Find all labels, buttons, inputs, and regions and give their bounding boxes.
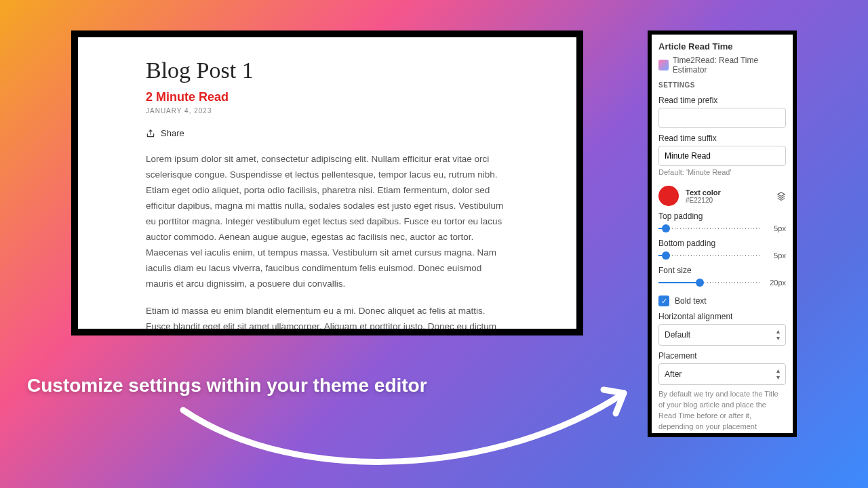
color-hex: #E22120 (686, 197, 770, 204)
font-size-slider[interactable] (658, 278, 762, 287)
top-padding-label: Top padding (658, 211, 786, 221)
app-identity[interactable]: Time2Read: Read Time Estimator (658, 56, 786, 75)
layers-icon (776, 191, 786, 201)
top-padding-value: 5px (766, 224, 786, 232)
bold-text-checkbox[interactable]: ✓ Bold text (658, 296, 786, 306)
placement-description: By default we try and locate the Title o… (658, 389, 786, 433)
settings-panel: Article Read Time Time2Read: Read Time E… (652, 35, 793, 433)
suffix-hint: Default: 'Minute Read' (658, 168, 786, 176)
blog-preview: Blog Post 1 2 Minute Read JANUARY 4, 202… (78, 37, 576, 329)
blog-paragraph: Lorem ipsum dolor sit amet, consectetur … (146, 152, 509, 291)
suffix-input[interactable] (658, 146, 786, 166)
panel-title: Article Read Time (658, 41, 786, 52)
blog-date: JANUARY 4, 2023 (146, 107, 509, 115)
suffix-label: Read time suffix (658, 134, 786, 143)
blog-title: Blog Post 1 (146, 58, 509, 83)
text-color-picker[interactable]: Text color #E22120 (658, 186, 786, 206)
bottom-padding-value: 5px (766, 251, 786, 260)
halign-select[interactable]: Default ▴▾ (658, 324, 786, 346)
chevron-updown-icon: ▴▾ (776, 367, 780, 381)
bottom-padding-label: Bottom padding (658, 239, 786, 248)
app-icon (658, 60, 669, 70)
checkmark-icon: ✓ (658, 296, 669, 306)
read-time-badge: 2 Minute Read (146, 90, 509, 104)
halign-label: Horizontal alignment (658, 312, 786, 321)
page-background: Blog Post 1 2 Minute Read JANUARY 4, 202… (0, 0, 868, 488)
placement-label: Placement (658, 351, 786, 361)
font-size-value: 20px (766, 279, 786, 287)
share-button[interactable]: Share (146, 128, 509, 138)
font-size-label: Font size (658, 266, 786, 275)
chevron-updown-icon: ▴▾ (776, 328, 780, 342)
prefix-label: Read time prefix (658, 96, 786, 105)
prefix-input[interactable] (658, 108, 786, 128)
share-icon (146, 129, 155, 138)
settings-section-header: SETTINGS (658, 81, 786, 89)
blog-preview-frame: Blog Post 1 2 Minute Read JANUARY 4, 202… (71, 30, 583, 336)
bottom-padding-slider[interactable] (658, 251, 762, 260)
blog-body: Lorem ipsum dolor sit amet, consectetur … (146, 152, 509, 329)
app-name: Time2Read: Read Time Estimator (673, 56, 786, 75)
share-label: Share (161, 128, 184, 138)
color-label: Text color (686, 188, 770, 197)
settings-panel-frame: Article Read Time Time2Read: Read Time E… (648, 30, 797, 437)
placement-select[interactable]: After ▴▾ (658, 363, 786, 385)
placement-value: After (665, 369, 682, 379)
marketing-caption: Customize settings within your theme edi… (27, 375, 427, 396)
color-swatch (658, 186, 679, 206)
blog-paragraph: Etiam id massa eu enim blandit elementum… (146, 304, 509, 329)
halign-value: Default (665, 330, 690, 340)
bold-text-label: Bold text (675, 296, 707, 306)
top-padding-slider[interactable] (658, 224, 762, 233)
